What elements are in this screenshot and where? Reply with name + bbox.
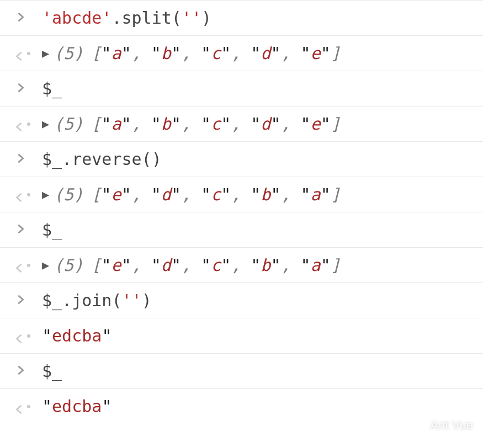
array-item: "b" bbox=[251, 255, 280, 275]
array-item: "a" bbox=[301, 185, 331, 204]
array-item: "a" bbox=[102, 44, 131, 63]
array-item: "d" bbox=[151, 255, 181, 275]
comma: , bbox=[131, 255, 141, 275]
comma: , bbox=[181, 114, 191, 134]
array-length: (5) bbox=[54, 114, 83, 134]
watermark-text: Ant Vue bbox=[431, 418, 473, 424]
output-string: "edcba" bbox=[42, 326, 483, 345]
open-bracket: [ bbox=[91, 44, 101, 63]
array-item: "b" bbox=[151, 44, 181, 63]
output-array: ▶(5) ["e","d","c","b","a"] bbox=[42, 255, 483, 275]
console-output-row: "edcba" bbox=[0, 318, 483, 353]
input-chevron-icon bbox=[10, 223, 32, 237]
code-token: $_.join( bbox=[42, 291, 122, 310]
console-output-row: "edcba" bbox=[0, 388, 483, 424]
array-item: "c" bbox=[201, 44, 231, 63]
array-item: "b" bbox=[151, 114, 181, 134]
open-bracket: [ bbox=[91, 114, 101, 134]
input-chevron-icon bbox=[10, 152, 32, 167]
comma: , bbox=[131, 114, 141, 134]
comma: , bbox=[181, 44, 191, 63]
close-bracket: ] bbox=[331, 255, 341, 275]
console-input-row: $_ bbox=[0, 212, 483, 247]
input-code: $_.reverse() bbox=[42, 150, 483, 169]
comma: , bbox=[181, 255, 191, 275]
string-value: "edcba" bbox=[42, 397, 112, 416]
expand-triangle-icon[interactable]: ▶ bbox=[42, 189, 49, 201]
array-item: "e" bbox=[102, 185, 131, 204]
array-item: "c" bbox=[201, 255, 231, 275]
console-output-row: ▶(5) ["a","b","c","d","e"] bbox=[0, 35, 483, 71]
expand-triangle-icon[interactable]: ▶ bbox=[42, 118, 49, 130]
code-token: .split( bbox=[112, 8, 181, 28]
input-chevron-icon bbox=[10, 294, 32, 308]
array-item: "e" bbox=[301, 44, 331, 63]
array-item: "c" bbox=[201, 185, 231, 204]
output-array: ▶(5) ["a","b","c","d","e"] bbox=[42, 114, 483, 134]
output-array: ▶(5) ["a","b","c","d","e"] bbox=[42, 44, 483, 63]
console-output-row: ▶(5) ["a","b","c","d","e"] bbox=[0, 106, 483, 141]
comma: , bbox=[280, 185, 290, 204]
input-code: $_ bbox=[42, 220, 483, 239]
array-item: "a" bbox=[102, 114, 131, 134]
expand-triangle-icon[interactable]: ▶ bbox=[42, 259, 49, 271]
comma: , bbox=[280, 255, 290, 275]
output-chevron-icon bbox=[10, 47, 32, 60]
output-array: ▶(5) ["e","d","c","b","a"] bbox=[42, 185, 483, 204]
code-token: '' bbox=[182, 8, 201, 28]
input-code: $_ bbox=[42, 361, 483, 381]
open-bracket: [ bbox=[91, 255, 101, 275]
code-token: $_.reverse() bbox=[42, 150, 162, 169]
console-input-row: $_ bbox=[0, 71, 483, 106]
comma: , bbox=[131, 44, 141, 63]
console-log: 'abcde'.split('')▶(5) ["a","b","c","d","… bbox=[0, 0, 483, 424]
comma: , bbox=[231, 44, 241, 63]
array-length: (5) bbox=[54, 255, 83, 275]
output-chevron-icon bbox=[10, 118, 32, 131]
code-token: $_ bbox=[42, 220, 62, 239]
array-item: "b" bbox=[251, 185, 280, 204]
watermark: Ant Vue bbox=[414, 418, 473, 424]
console-input-row: $_.join('') bbox=[0, 282, 483, 318]
output-chevron-icon bbox=[10, 400, 32, 413]
input-chevron-icon bbox=[10, 82, 32, 96]
input-chevron-icon bbox=[10, 364, 32, 378]
console-output-row: ▶(5) ["e","d","c","b","a"] bbox=[0, 247, 483, 282]
code-token: $_ bbox=[42, 79, 62, 98]
array-item: "e" bbox=[301, 114, 331, 134]
comma: , bbox=[280, 114, 290, 134]
input-code: $_ bbox=[42, 79, 483, 98]
expand-triangle-icon[interactable]: ▶ bbox=[42, 47, 49, 60]
output-chevron-icon bbox=[10, 329, 32, 343]
input-code: $_.join('') bbox=[42, 291, 483, 310]
array-item: "d" bbox=[251, 114, 280, 134]
comma: , bbox=[131, 185, 141, 204]
array-item: "e" bbox=[102, 255, 131, 275]
code-token: ) bbox=[142, 291, 152, 310]
close-bracket: ] bbox=[331, 114, 341, 134]
comma: , bbox=[280, 44, 290, 63]
input-chevron-icon bbox=[10, 11, 32, 25]
comma: , bbox=[231, 114, 241, 134]
comma: , bbox=[231, 255, 241, 275]
console-input-row: $_.reverse() bbox=[0, 141, 483, 177]
input-code: 'abcde'.split('') bbox=[42, 8, 483, 28]
array-length: (5) bbox=[54, 44, 83, 63]
console-output-row: ▶(5) ["e","d","c","b","a"] bbox=[0, 177, 483, 212]
open-bracket: [ bbox=[91, 185, 101, 204]
code-token: '' bbox=[122, 291, 142, 310]
output-chevron-icon bbox=[10, 259, 32, 272]
output-string: "edcba" bbox=[42, 397, 483, 416]
output-chevron-icon bbox=[10, 188, 32, 201]
array-item: "d" bbox=[151, 185, 181, 204]
code-token: $_ bbox=[42, 361, 62, 381]
comma: , bbox=[231, 185, 241, 204]
array-length: (5) bbox=[54, 185, 83, 204]
console-input-row: 'abcde'.split('') bbox=[0, 0, 483, 35]
array-item: "d" bbox=[251, 44, 280, 63]
console-input-row: $_ bbox=[0, 353, 483, 388]
array-item: "c" bbox=[201, 114, 231, 134]
code-token: 'abcde' bbox=[42, 8, 112, 28]
close-bracket: ] bbox=[331, 185, 341, 204]
close-bracket: ] bbox=[331, 44, 341, 63]
